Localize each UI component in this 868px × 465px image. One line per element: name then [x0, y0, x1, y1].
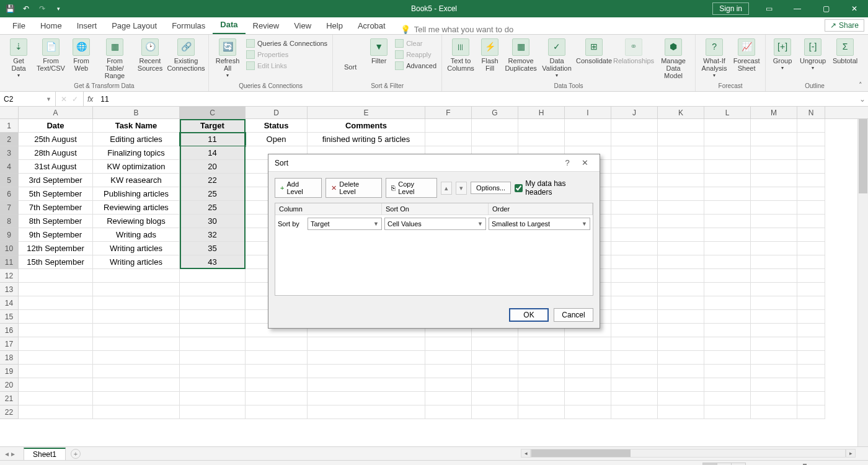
- empty-cell[interactable]: [472, 365, 518, 378]
- data-cell[interactable]: 7th September: [19, 201, 93, 215]
- data-cell[interactable]: 11: [180, 133, 246, 146]
- empty-cell[interactable]: [180, 365, 246, 378]
- empty-cell[interactable]: [704, 160, 751, 174]
- empty-cell[interactable]: [658, 269, 704, 283]
- recent-sources-button[interactable]: 🕑Recent Sources: [135, 37, 165, 73]
- cancel-formula-icon[interactable]: ✕: [61, 95, 67, 104]
- empty-cell[interactable]: [425, 351, 472, 365]
- empty-cell[interactable]: [246, 378, 308, 392]
- empty-cell[interactable]: [797, 296, 825, 310]
- empty-cell[interactable]: [704, 228, 751, 242]
- text-to-columns-button[interactable]: ⫼Text to Columns: [446, 37, 476, 73]
- empty-cell[interactable]: [19, 405, 93, 419]
- empty-cell[interactable]: [751, 378, 797, 392]
- empty-cell[interactable]: [797, 392, 825, 405]
- empty-cell[interactable]: [308, 365, 425, 378]
- empty-cell[interactable]: [19, 378, 93, 392]
- collapse-ribbon-icon[interactable]: ˄: [856, 80, 866, 90]
- expand-formula-bar-icon[interactable]: ⌄: [857, 95, 868, 104]
- flash-fill-button[interactable]: ⚡Flash Fill: [478, 37, 502, 73]
- relationships-button[interactable]: ⚭Relationships: [614, 37, 653, 66]
- tab-page-layout[interactable]: Page Layout: [104, 18, 164, 34]
- empty-cell[interactable]: [425, 365, 472, 378]
- empty-cell[interactable]: [611, 187, 658, 201]
- empty-cell[interactable]: [518, 392, 565, 405]
- move-down-button[interactable]: ▾: [456, 182, 467, 195]
- empty-cell[interactable]: [704, 296, 751, 310]
- empty-cell[interactable]: [658, 324, 704, 337]
- row-header[interactable]: 14: [0, 296, 19, 310]
- empty-cell[interactable]: [180, 296, 246, 310]
- col-header-H[interactable]: H: [518, 107, 565, 118]
- empty-cell[interactable]: [611, 296, 658, 310]
- col-header-F[interactable]: F: [425, 107, 472, 118]
- empty-cell[interactable]: [93, 324, 180, 337]
- empty-cell[interactable]: [19, 351, 93, 365]
- empty-cell[interactable]: [308, 351, 425, 365]
- maximize-button[interactable]: ▢: [812, 0, 839, 17]
- headers-checkbox[interactable]: My data has headers: [515, 179, 593, 197]
- empty-cell[interactable]: [704, 337, 751, 351]
- reapply-button[interactable]: Reapply: [394, 50, 438, 60]
- empty-cell[interactable]: [518, 351, 565, 365]
- ribbon-display-icon[interactable]: ▭: [755, 0, 782, 17]
- row-header[interactable]: 12: [0, 269, 19, 283]
- empty-cell[interactable]: [611, 269, 658, 283]
- empty-cell[interactable]: [472, 337, 518, 351]
- data-cell[interactable]: 31st August: [19, 160, 93, 174]
- empty-cell[interactable]: [797, 405, 825, 419]
- empty-cell[interactable]: [611, 255, 658, 269]
- what-if-button[interactable]: ?What-If Analysis▾: [699, 37, 729, 80]
- empty-cell[interactable]: [611, 392, 658, 405]
- empty-cell[interactable]: [704, 215, 751, 228]
- empty-cell[interactable]: [611, 283, 658, 296]
- data-cell[interactable]: Writing articles: [93, 242, 180, 255]
- empty-cell[interactable]: [180, 392, 246, 405]
- scroll-right-icon[interactable]: ▸: [846, 449, 856, 458]
- scroll-left-icon[interactable]: ◂: [521, 449, 531, 458]
- scroll-thumb[interactable]: [859, 119, 867, 193]
- empty-cell[interactable]: [704, 351, 751, 365]
- empty-cell[interactable]: [308, 405, 425, 419]
- empty-cell[interactable]: [658, 351, 704, 365]
- empty-cell[interactable]: [93, 269, 180, 283]
- empty-cell[interactable]: [565, 337, 611, 351]
- sheet-tab[interactable]: Sheet1: [24, 448, 66, 460]
- data-cell[interactable]: Editing articles: [93, 133, 180, 146]
- empty-cell[interactable]: [751, 187, 797, 201]
- empty-cell[interactable]: [704, 392, 751, 405]
- empty-cell[interactable]: [518, 378, 565, 392]
- empty-cell[interactable]: [658, 296, 704, 310]
- signin-button[interactable]: Sign in: [712, 2, 749, 15]
- data-cell[interactable]: 30: [180, 215, 246, 228]
- data-cell[interactable]: 28th August: [19, 146, 93, 160]
- empty-cell[interactable]: [518, 405, 565, 419]
- add-level-button[interactable]: +Add Level: [275, 178, 322, 198]
- remove-duplicates-button[interactable]: ▦Remove Duplicates: [504, 37, 538, 73]
- col-header-B[interactable]: B: [93, 107, 180, 118]
- data-cell[interactable]: 15th September: [19, 255, 93, 269]
- empty-cell[interactable]: [751, 228, 797, 242]
- empty-cell[interactable]: [751, 392, 797, 405]
- sort-order-select[interactable]: Smallest to Largest▼: [489, 218, 590, 230]
- empty-cell[interactable]: [751, 351, 797, 365]
- empty-cell[interactable]: [611, 133, 658, 146]
- sheet-nav-next-icon[interactable]: ▸: [11, 450, 15, 458]
- empty-cell[interactable]: [797, 378, 825, 392]
- row-header[interactable]: 6: [0, 187, 19, 201]
- row-header[interactable]: 8: [0, 215, 19, 228]
- empty-cell[interactable]: [611, 378, 658, 392]
- empty-cell[interactable]: [565, 133, 611, 146]
- empty-cell[interactable]: [704, 405, 751, 419]
- empty-cell[interactable]: [611, 337, 658, 351]
- header-cell[interactable]: Status: [246, 119, 308, 133]
- group-button[interactable]: [+]Group▾: [769, 37, 795, 73]
- empty-cell[interactable]: [518, 133, 565, 146]
- empty-cell[interactable]: [518, 337, 565, 351]
- empty-cell[interactable]: [704, 174, 751, 187]
- empty-cell[interactable]: [704, 310, 751, 324]
- empty-cell[interactable]: [308, 337, 425, 351]
- header-cell[interactable]: Comments: [308, 119, 425, 133]
- row-header[interactable]: 7: [0, 201, 19, 215]
- empty-cell[interactable]: [565, 119, 611, 133]
